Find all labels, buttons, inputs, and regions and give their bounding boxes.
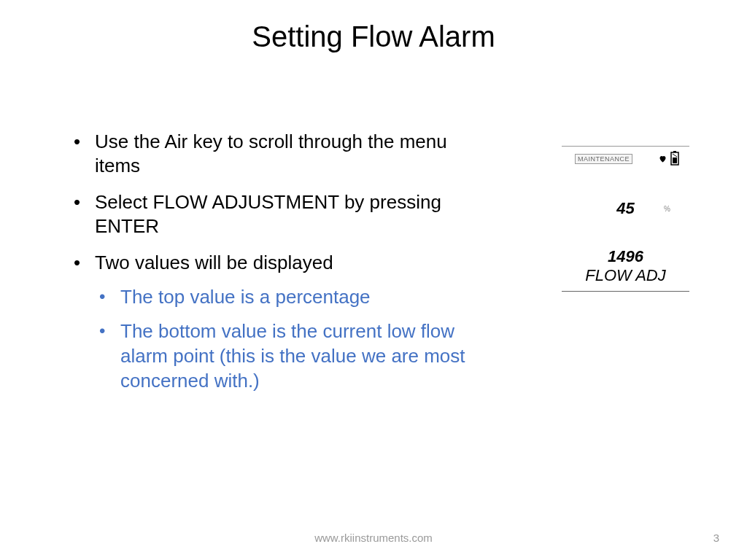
sub-bullet-item: The bottom value is the current low flow…: [95, 319, 478, 393]
heart-icon: [658, 153, 667, 166]
bullet-item: Two values will be displayed The top val…: [69, 251, 478, 394]
bullet-text: Two values will be displayed: [95, 252, 333, 273]
mode-badge: MAINTENANCE: [575, 154, 632, 164]
percent-symbol: %: [664, 205, 670, 213]
bullet-item: Use the Air key to scroll through the me…: [69, 130, 478, 177]
page-title: Setting Flow Alarm: [0, 20, 747, 53]
bullet-list: Use the Air key to scroll through the me…: [69, 130, 478, 394]
footer-url: www.rkiinstruments.com: [0, 532, 747, 544]
device-screen-figure: MAINTENANCE 45 % 1496 FLOW ADJ: [562, 146, 689, 292]
slide: Setting Flow Alarm Use the Air key to sc…: [0, 0, 747, 560]
svg-rect-2: [673, 158, 677, 163]
body-content: Use the Air key to scroll through the me…: [69, 130, 478, 407]
svg-line-3: [673, 154, 677, 157]
sub-bullet-list: The top value is a percentage The bottom…: [95, 285, 478, 394]
device-label: FLOW ADJ: [562, 266, 689, 285]
bullet-item: Select FLOW ADJUSTMENT by pressing ENTER: [69, 190, 478, 238]
device-bottom-value: 1496: [562, 247, 689, 266]
sub-bullet-item: The top value is a percentage: [95, 285, 478, 310]
page-number: 3: [713, 532, 719, 544]
status-icons: [658, 151, 679, 168]
battery-icon: [670, 151, 679, 168]
